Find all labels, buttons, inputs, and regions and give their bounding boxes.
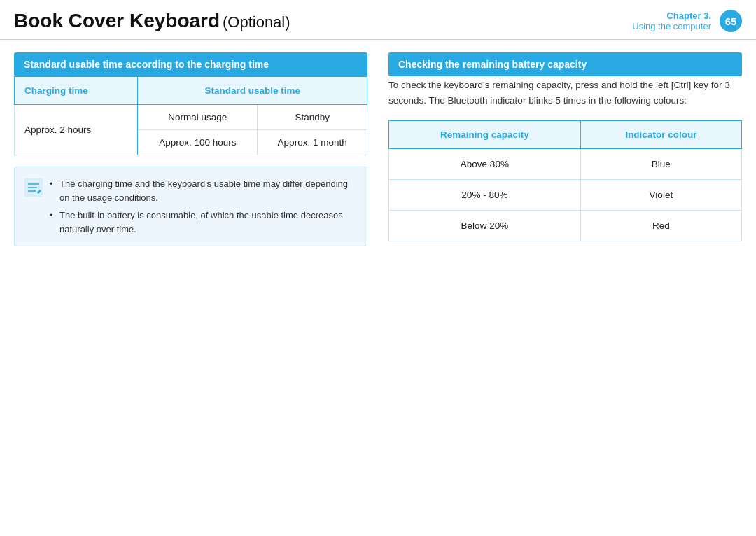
col-charging-header: Charging time <box>15 77 138 105</box>
content-area: Standard usable time according to the ch… <box>0 40 756 259</box>
note-box: The charging time and the keyboard's usa… <box>14 167 368 246</box>
note-item-1: The charging time and the keyboard's usa… <box>50 177 356 204</box>
battery-table-row: Above 80%Blue <box>389 149 742 180</box>
left-section-header: Standard usable time according to the ch… <box>14 52 368 76</box>
chapter-text: Chapter 3. Using the computer <box>632 10 711 31</box>
col-usable-header: Standard usable time <box>138 77 368 105</box>
usage-label-hours: Approx. 100 hours <box>138 130 258 155</box>
battery-table-row: 20% - 80%Violet <box>389 180 742 211</box>
capacity-cell: Below 20% <box>389 211 581 241</box>
note-item-2: The built-in battery is consumable, of w… <box>50 209 356 236</box>
charging-time-cell: Approx. 2 hours <box>15 105 138 155</box>
note-icon <box>23 177 44 198</box>
page-title-optional: (Optional) <box>223 13 290 31</box>
left-column: Standard usable time according to the ch… <box>14 52 368 246</box>
indicator-colour-header: Indicator colour <box>580 121 741 149</box>
usage-value-hours: Approx. 1 month <box>258 130 368 155</box>
battery-table-row: Below 20%Red <box>389 211 742 241</box>
chapter-info: Chapter 3. Using the computer 65 <box>632 10 742 32</box>
colour-cell: Red <box>580 211 741 241</box>
chapter-label: Chapter 3. <box>632 10 711 21</box>
note-list: The charging time and the keyboard's usa… <box>50 177 356 236</box>
page-header: Book Cover Keyboard (Optional) Chapter 3… <box>0 0 756 40</box>
chapter-subtitle: Using the computer <box>632 21 711 31</box>
usage-value-normal: Standby <box>258 105 368 130</box>
remaining-capacity-header: Remaining capacity <box>389 121 581 149</box>
intro-text: To check the keyboard's remaining capaci… <box>388 78 742 108</box>
capacity-cell: Above 80% <box>389 149 581 180</box>
right-section-header: Checking the remaining battery capacity <box>388 52 742 76</box>
colour-cell: Violet <box>580 180 741 211</box>
capacity-cell: 20% - 80% <box>389 180 581 211</box>
colour-cell: Blue <box>580 149 741 180</box>
battery-table: Remaining capacity Indicator colour Abov… <box>388 120 742 241</box>
page-title: Book Cover Keyboard <box>14 10 220 31</box>
usable-time-table: Charging time Standard usable time Appro… <box>14 76 368 155</box>
title-area: Book Cover Keyboard (Optional) <box>14 10 290 32</box>
right-column: Checking the remaining battery capacity … <box>388 52 742 246</box>
usage-label-normal: Normal usage <box>138 105 258 130</box>
page-number-badge: 65 <box>720 10 742 32</box>
table-row: Approx. 2 hours Normal usage Standby <box>15 105 368 130</box>
